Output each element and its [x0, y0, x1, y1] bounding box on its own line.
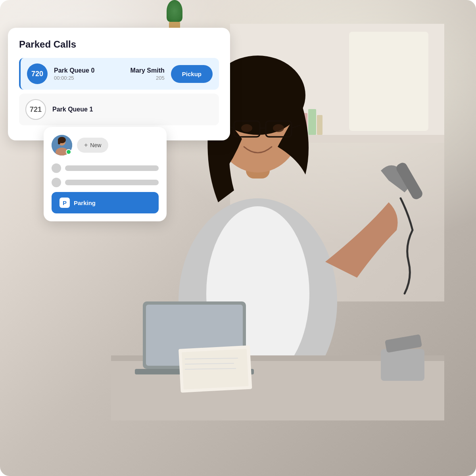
call-duration-0: 00:00:25 — [54, 75, 124, 81]
call-row-active: 720 Park Queue 0 00:00:25 Mary Smith 205… — [19, 58, 219, 90]
svg-rect-7 — [349, 32, 428, 131]
card-header: + New — [52, 135, 159, 155]
queue-name-1: Park Queue 1 — [52, 106, 213, 113]
new-button-label: New — [90, 142, 101, 148]
call-info-1: Park Queue 1 — [52, 106, 213, 113]
call-item-bar-0 — [65, 165, 159, 171]
caller-name-0: Mary Smith — [131, 67, 165, 74]
call-item-dot-1 — [52, 178, 61, 187]
call-item-dot-0 — [52, 163, 61, 173]
queue-badge-721: 721 — [25, 99, 46, 120]
active-call-card: + New P Parking — [44, 127, 167, 221]
call-row-inactive: 721 Park Queue 1 — [19, 94, 219, 125]
call-info-0: Park Queue 0 00:00:25 — [54, 67, 124, 81]
online-status-dot — [66, 149, 71, 155]
plant-leaves — [167, 0, 182, 22]
call-item-row-0 — [52, 163, 159, 173]
parking-button[interactable]: P Parking — [52, 192, 159, 213]
caller-info-0: Mary Smith 205 — [131, 67, 165, 81]
parking-p-badge: P — [60, 198, 70, 208]
parked-calls-card: Parked Calls 720 Park Queue 0 00:00:25 M… — [8, 28, 230, 140]
queue-name-0: Park Queue 0 — [54, 67, 124, 74]
new-call-button[interactable]: + New — [77, 138, 108, 153]
svg-point-19 — [273, 124, 284, 132]
svg-rect-39 — [58, 139, 60, 144]
svg-rect-32 — [381, 349, 424, 381]
caller-ext-0: 205 — [131, 75, 165, 81]
main-container: Parked Calls 720 Park Queue 0 00:00:25 M… — [0, 0, 476, 476]
plus-icon: + — [84, 142, 88, 149]
parked-calls-title: Parked Calls — [19, 39, 219, 50]
parking-button-label: Parking — [74, 200, 96, 206]
queue-badge-720: 720 — [27, 63, 48, 84]
call-item-row-1 — [52, 178, 159, 187]
call-item-bar-1 — [65, 180, 159, 185]
svg-point-18 — [241, 124, 252, 132]
avatar-container — [52, 135, 72, 155]
pickup-button[interactable]: Pickup — [171, 65, 213, 83]
